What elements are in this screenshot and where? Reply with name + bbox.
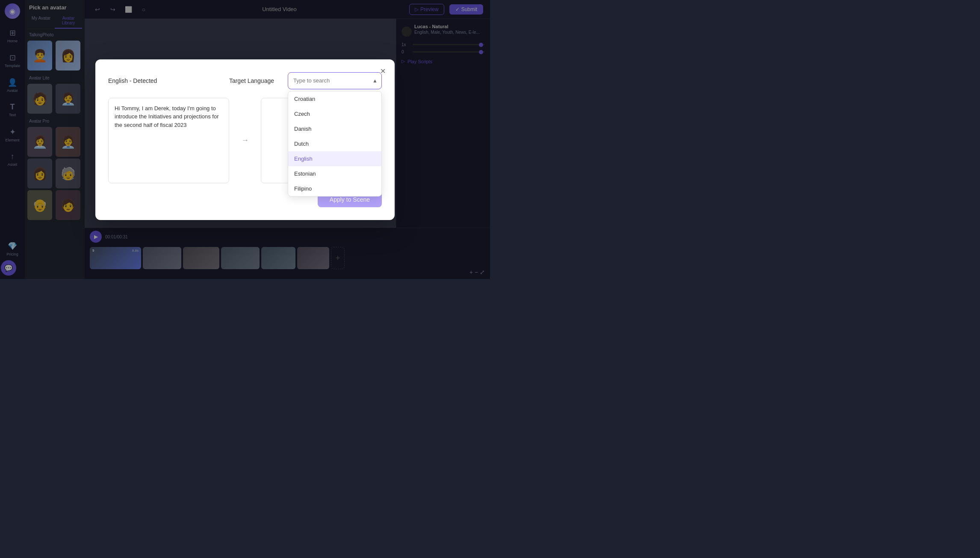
translation-arrow: → (238, 98, 252, 183)
language-option-filipino[interactable]: Filipino (288, 181, 381, 196)
language-option-dutch[interactable]: Dutch (288, 136, 381, 151)
source-language-label: English - Detected (108, 77, 157, 84)
modal-overlay: ✕ English - Detected Target Language ▲ C… (0, 0, 490, 279)
language-option-danish[interactable]: Danish (288, 121, 381, 136)
source-text: Hi Tommy, I am Derek, today I'm going to… (108, 98, 229, 183)
language-option-estonian[interactable]: Estonian (288, 166, 381, 181)
target-language-label: Target Language (229, 77, 274, 84)
language-option-czech[interactable]: Czech (288, 106, 381, 121)
language-search-input[interactable] (288, 72, 382, 89)
language-option-english[interactable]: English (288, 151, 381, 166)
language-dropdown-list: Croatian Czech Danish Dutch English Esto… (288, 91, 382, 197)
language-option-croatian[interactable]: Croatian (288, 91, 381, 106)
translation-modal: ✕ English - Detected Target Language ▲ C… (95, 59, 395, 220)
modal-top-row: English - Detected Target Language ▲ Cro… (108, 72, 382, 89)
language-dropdown: ▲ Croatian Czech Danish Dutch English Es… (288, 72, 382, 89)
